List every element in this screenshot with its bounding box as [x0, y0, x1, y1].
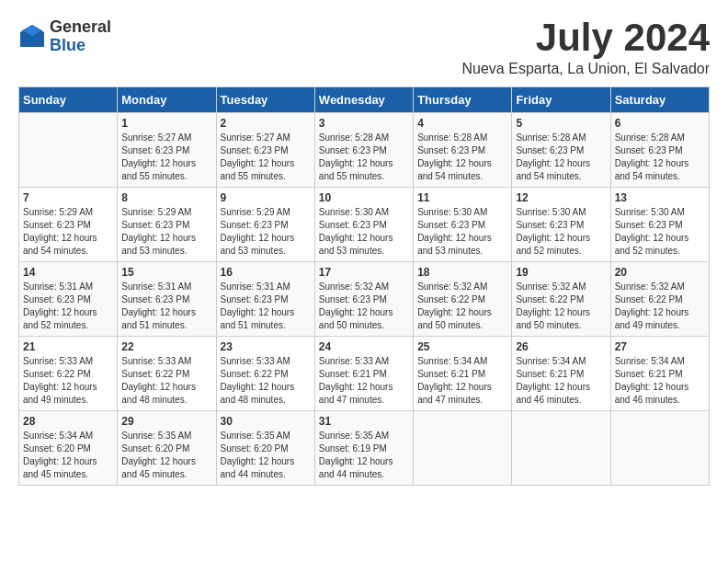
day-number: 15	[121, 266, 211, 279]
day-number: 23	[221, 340, 311, 353]
calendar-cell: 9Sunrise: 5:29 AM Sunset: 6:23 PM Daylig…	[216, 188, 314, 262]
calendar-cell: 4Sunrise: 5:28 AM Sunset: 6:23 PM Daylig…	[414, 113, 512, 188]
cell-info: Sunrise: 5:35 AM Sunset: 6:20 PM Dayligh…	[121, 430, 211, 481]
calendar-cell: 31Sunrise: 5:35 AM Sunset: 6:19 PM Dayli…	[314, 411, 413, 486]
day-number: 1	[121, 117, 211, 130]
cell-info: Sunrise: 5:28 AM Sunset: 6:23 PM Dayligh…	[417, 132, 507, 183]
cell-info: Sunrise: 5:34 AM Sunset: 6:21 PM Dayligh…	[417, 355, 507, 407]
cell-info: Sunrise: 5:32 AM Sunset: 6:22 PM Dayligh…	[615, 281, 705, 332]
cell-info: Sunrise: 5:29 AM Sunset: 6:23 PM Dayligh…	[221, 206, 311, 258]
cell-info: Sunrise: 5:35 AM Sunset: 6:19 PM Dayligh…	[319, 430, 409, 481]
calendar-cell: 24Sunrise: 5:33 AM Sunset: 6:21 PM Dayli…	[314, 337, 413, 411]
day-number: 3	[319, 117, 409, 130]
calendar-week-row: 7Sunrise: 5:29 AM Sunset: 6:23 PM Daylig…	[19, 188, 710, 262]
svg-rect-2	[28, 36, 37, 43]
day-header-friday: Friday	[512, 87, 610, 113]
day-header-saturday: Saturday	[610, 87, 709, 113]
logo-general-text: General	[50, 18, 111, 37]
calendar-cell	[19, 113, 118, 188]
cell-info: Sunrise: 5:30 AM Sunset: 6:23 PM Dayligh…	[516, 206, 606, 258]
cell-info: Sunrise: 5:31 AM Sunset: 6:23 PM Dayligh…	[23, 281, 113, 332]
cell-info: Sunrise: 5:35 AM Sunset: 6:20 PM Dayligh…	[221, 430, 311, 481]
cell-info: Sunrise: 5:32 AM Sunset: 6:22 PM Dayligh…	[516, 281, 606, 332]
day-number: 12	[516, 191, 606, 204]
cell-info: Sunrise: 5:33 AM Sunset: 6:22 PM Dayligh…	[221, 355, 311, 407]
calendar-cell	[512, 411, 610, 486]
day-number: 14	[23, 266, 113, 279]
calendar-table: SundayMondayTuesdayWednesdayThursdayFrid…	[18, 86, 710, 486]
day-number: 26	[516, 340, 606, 353]
day-header-tuesday: Tuesday	[216, 87, 314, 113]
month-title: July 2024	[462, 18, 710, 57]
calendar-cell: 5Sunrise: 5:28 AM Sunset: 6:23 PM Daylig…	[512, 113, 610, 188]
logo-blue-text: Blue	[50, 37, 111, 55]
logo-text: General Blue	[50, 18, 111, 55]
day-number: 20	[615, 266, 705, 279]
day-number: 4	[417, 117, 507, 130]
cell-info: Sunrise: 5:34 AM Sunset: 6:21 PM Dayligh…	[615, 355, 705, 407]
calendar-cell: 16Sunrise: 5:31 AM Sunset: 6:23 PM Dayli…	[216, 262, 314, 337]
calendar-body: 1Sunrise: 5:27 AM Sunset: 6:23 PM Daylig…	[19, 113, 710, 486]
day-number: 21	[23, 340, 113, 353]
day-number: 10	[319, 191, 409, 204]
day-number: 24	[319, 340, 409, 353]
calendar-cell: 13Sunrise: 5:30 AM Sunset: 6:23 PM Dayli…	[610, 188, 709, 262]
cell-info: Sunrise: 5:27 AM Sunset: 6:23 PM Dayligh…	[221, 132, 311, 183]
day-number: 5	[516, 117, 606, 130]
cell-info: Sunrise: 5:29 AM Sunset: 6:23 PM Dayligh…	[121, 206, 211, 258]
calendar-cell: 3Sunrise: 5:28 AM Sunset: 6:23 PM Daylig…	[314, 113, 413, 188]
day-number: 16	[221, 266, 311, 279]
calendar-cell: 2Sunrise: 5:27 AM Sunset: 6:23 PM Daylig…	[216, 113, 314, 188]
calendar-cell: 17Sunrise: 5:32 AM Sunset: 6:23 PM Dayli…	[314, 262, 413, 337]
calendar-cell: 20Sunrise: 5:32 AM Sunset: 6:22 PM Dayli…	[610, 262, 709, 337]
day-number: 7	[23, 191, 113, 204]
cell-info: Sunrise: 5:31 AM Sunset: 6:23 PM Dayligh…	[121, 281, 211, 332]
day-number: 30	[221, 415, 311, 428]
calendar-cell: 21Sunrise: 5:33 AM Sunset: 6:22 PM Dayli…	[19, 337, 118, 411]
calendar-cell: 28Sunrise: 5:34 AM Sunset: 6:20 PM Dayli…	[19, 411, 118, 486]
day-number: 11	[417, 191, 507, 204]
calendar-cell: 23Sunrise: 5:33 AM Sunset: 6:22 PM Dayli…	[216, 337, 314, 411]
calendar-cell	[414, 411, 512, 486]
header: General Blue July 2024 Nueva Esparta, La…	[18, 18, 710, 77]
day-number: 18	[417, 266, 507, 279]
calendar-week-row: 14Sunrise: 5:31 AM Sunset: 6:23 PM Dayli…	[19, 262, 710, 337]
calendar-cell: 1Sunrise: 5:27 AM Sunset: 6:23 PM Daylig…	[118, 113, 216, 188]
calendar-cell: 12Sunrise: 5:30 AM Sunset: 6:23 PM Dayli…	[512, 188, 610, 262]
calendar-cell: 8Sunrise: 5:29 AM Sunset: 6:23 PM Daylig…	[118, 188, 216, 262]
day-number: 22	[121, 340, 211, 353]
day-number: 25	[417, 340, 507, 353]
calendar-cell: 19Sunrise: 5:32 AM Sunset: 6:22 PM Dayli…	[512, 262, 610, 337]
cell-info: Sunrise: 5:28 AM Sunset: 6:23 PM Dayligh…	[516, 132, 606, 183]
cell-info: Sunrise: 5:28 AM Sunset: 6:23 PM Dayligh…	[319, 132, 409, 183]
cell-info: Sunrise: 5:34 AM Sunset: 6:21 PM Dayligh…	[516, 355, 606, 407]
calendar-week-row: 21Sunrise: 5:33 AM Sunset: 6:22 PM Dayli…	[19, 337, 710, 411]
cell-info: Sunrise: 5:27 AM Sunset: 6:23 PM Dayligh…	[121, 132, 211, 183]
calendar-cell: 29Sunrise: 5:35 AM Sunset: 6:20 PM Dayli…	[118, 411, 216, 486]
calendar-cell: 7Sunrise: 5:29 AM Sunset: 6:23 PM Daylig…	[19, 188, 118, 262]
day-number: 19	[516, 266, 606, 279]
logo: General Blue	[18, 18, 111, 55]
calendar-cell: 15Sunrise: 5:31 AM Sunset: 6:23 PM Dayli…	[118, 262, 216, 337]
day-header-monday: Monday	[118, 87, 216, 113]
cell-info: Sunrise: 5:30 AM Sunset: 6:23 PM Dayligh…	[417, 206, 507, 258]
day-number: 17	[319, 266, 409, 279]
cell-info: Sunrise: 5:34 AM Sunset: 6:20 PM Dayligh…	[23, 430, 113, 481]
cell-info: Sunrise: 5:29 AM Sunset: 6:23 PM Dayligh…	[23, 206, 113, 258]
calendar-cell: 22Sunrise: 5:33 AM Sunset: 6:22 PM Dayli…	[118, 337, 216, 411]
day-header-wednesday: Wednesday	[314, 87, 413, 113]
cell-info: Sunrise: 5:31 AM Sunset: 6:23 PM Dayligh…	[221, 281, 311, 332]
day-number: 6	[615, 117, 705, 130]
day-number: 8	[121, 191, 211, 204]
calendar-header-row: SundayMondayTuesdayWednesdayThursdayFrid…	[19, 87, 710, 113]
calendar-cell: 6Sunrise: 5:28 AM Sunset: 6:23 PM Daylig…	[610, 113, 709, 188]
title-area: July 2024 Nueva Esparta, La Union, El Sa…	[462, 18, 710, 77]
cell-info: Sunrise: 5:32 AM Sunset: 6:22 PM Dayligh…	[417, 281, 507, 332]
cell-info: Sunrise: 5:33 AM Sunset: 6:22 PM Dayligh…	[121, 355, 211, 407]
calendar-cell	[610, 411, 709, 486]
calendar-cell: 14Sunrise: 5:31 AM Sunset: 6:23 PM Dayli…	[19, 262, 118, 337]
calendar-week-row: 1Sunrise: 5:27 AM Sunset: 6:23 PM Daylig…	[19, 113, 710, 188]
cell-info: Sunrise: 5:30 AM Sunset: 6:23 PM Dayligh…	[615, 206, 705, 258]
location-title: Nueva Esparta, La Union, El Salvador	[462, 61, 710, 77]
day-number: 27	[615, 340, 705, 353]
